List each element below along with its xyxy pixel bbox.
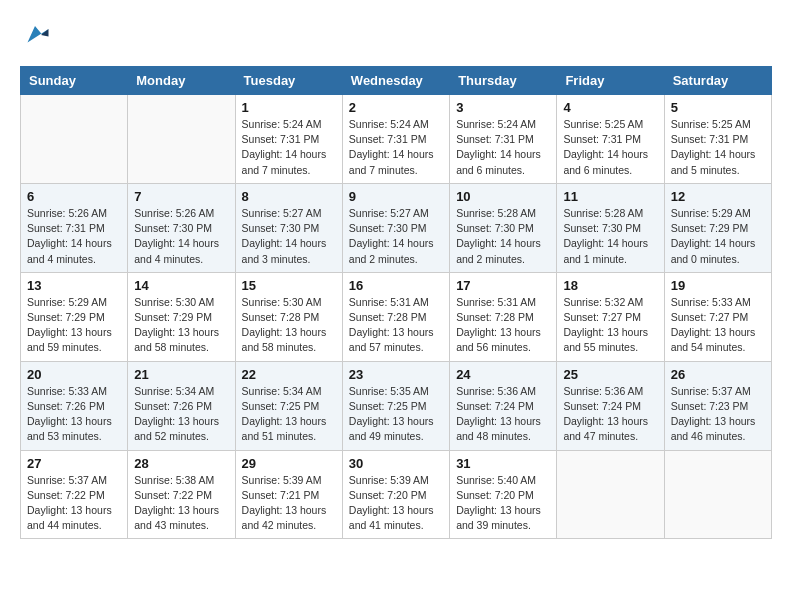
calendar-day-cell: 23Sunrise: 5:35 AM Sunset: 7:25 PM Dayli…: [342, 361, 449, 450]
calendar-week-row: 20Sunrise: 5:33 AM Sunset: 7:26 PM Dayli…: [21, 361, 772, 450]
day-info: Sunrise: 5:31 AM Sunset: 7:28 PM Dayligh…: [456, 295, 550, 356]
day-info: Sunrise: 5:28 AM Sunset: 7:30 PM Dayligh…: [563, 206, 657, 267]
day-number: 15: [242, 278, 336, 293]
calendar-week-row: 6Sunrise: 5:26 AM Sunset: 7:31 PM Daylig…: [21, 183, 772, 272]
calendar-day-cell: 16Sunrise: 5:31 AM Sunset: 7:28 PM Dayli…: [342, 272, 449, 361]
calendar-day-cell: 29Sunrise: 5:39 AM Sunset: 7:21 PM Dayli…: [235, 450, 342, 539]
day-number: 13: [27, 278, 121, 293]
day-info: Sunrise: 5:39 AM Sunset: 7:21 PM Dayligh…: [242, 473, 336, 534]
day-number: 18: [563, 278, 657, 293]
day-number: 24: [456, 367, 550, 382]
day-info: Sunrise: 5:38 AM Sunset: 7:22 PM Dayligh…: [134, 473, 228, 534]
day-number: 9: [349, 189, 443, 204]
day-info: Sunrise: 5:26 AM Sunset: 7:31 PM Dayligh…: [27, 206, 121, 267]
day-number: 29: [242, 456, 336, 471]
day-info: Sunrise: 5:27 AM Sunset: 7:30 PM Dayligh…: [349, 206, 443, 267]
day-number: 22: [242, 367, 336, 382]
day-number: 31: [456, 456, 550, 471]
day-number: 28: [134, 456, 228, 471]
weekday-header: Saturday: [664, 67, 771, 95]
day-number: 14: [134, 278, 228, 293]
day-number: 16: [349, 278, 443, 293]
weekday-header: Monday: [128, 67, 235, 95]
day-info: Sunrise: 5:31 AM Sunset: 7:28 PM Dayligh…: [349, 295, 443, 356]
day-number: 6: [27, 189, 121, 204]
calendar-header-row: SundayMondayTuesdayWednesdayThursdayFrid…: [21, 67, 772, 95]
day-number: 30: [349, 456, 443, 471]
calendar-day-cell: 6Sunrise: 5:26 AM Sunset: 7:31 PM Daylig…: [21, 183, 128, 272]
day-info: Sunrise: 5:33 AM Sunset: 7:26 PM Dayligh…: [27, 384, 121, 445]
calendar-day-cell: 22Sunrise: 5:34 AM Sunset: 7:25 PM Dayli…: [235, 361, 342, 450]
day-number: 12: [671, 189, 765, 204]
day-info: Sunrise: 5:28 AM Sunset: 7:30 PM Dayligh…: [456, 206, 550, 267]
day-number: 3: [456, 100, 550, 115]
calendar-day-cell: 1Sunrise: 5:24 AM Sunset: 7:31 PM Daylig…: [235, 95, 342, 184]
day-number: 4: [563, 100, 657, 115]
day-number: 11: [563, 189, 657, 204]
day-info: Sunrise: 5:29 AM Sunset: 7:29 PM Dayligh…: [671, 206, 765, 267]
day-info: Sunrise: 5:34 AM Sunset: 7:26 PM Dayligh…: [134, 384, 228, 445]
day-info: Sunrise: 5:24 AM Sunset: 7:31 PM Dayligh…: [349, 117, 443, 178]
calendar-day-cell: [664, 450, 771, 539]
day-info: Sunrise: 5:32 AM Sunset: 7:27 PM Dayligh…: [563, 295, 657, 356]
calendar-day-cell: 17Sunrise: 5:31 AM Sunset: 7:28 PM Dayli…: [450, 272, 557, 361]
calendar-day-cell: 30Sunrise: 5:39 AM Sunset: 7:20 PM Dayli…: [342, 450, 449, 539]
calendar-day-cell: 20Sunrise: 5:33 AM Sunset: 7:26 PM Dayli…: [21, 361, 128, 450]
day-number: 7: [134, 189, 228, 204]
calendar-day-cell: 11Sunrise: 5:28 AM Sunset: 7:30 PM Dayli…: [557, 183, 664, 272]
day-number: 17: [456, 278, 550, 293]
day-number: 26: [671, 367, 765, 382]
calendar-week-row: 13Sunrise: 5:29 AM Sunset: 7:29 PM Dayli…: [21, 272, 772, 361]
calendar-day-cell: [128, 95, 235, 184]
weekday-header: Sunday: [21, 67, 128, 95]
calendar-day-cell: 26Sunrise: 5:37 AM Sunset: 7:23 PM Dayli…: [664, 361, 771, 450]
day-number: 19: [671, 278, 765, 293]
day-info: Sunrise: 5:27 AM Sunset: 7:30 PM Dayligh…: [242, 206, 336, 267]
day-info: Sunrise: 5:37 AM Sunset: 7:23 PM Dayligh…: [671, 384, 765, 445]
day-number: 20: [27, 367, 121, 382]
day-info: Sunrise: 5:37 AM Sunset: 7:22 PM Dayligh…: [27, 473, 121, 534]
day-info: Sunrise: 5:33 AM Sunset: 7:27 PM Dayligh…: [671, 295, 765, 356]
day-info: Sunrise: 5:40 AM Sunset: 7:20 PM Dayligh…: [456, 473, 550, 534]
day-number: 23: [349, 367, 443, 382]
calendar-day-cell: 2Sunrise: 5:24 AM Sunset: 7:31 PM Daylig…: [342, 95, 449, 184]
day-info: Sunrise: 5:29 AM Sunset: 7:29 PM Dayligh…: [27, 295, 121, 356]
day-info: Sunrise: 5:39 AM Sunset: 7:20 PM Dayligh…: [349, 473, 443, 534]
day-number: 1: [242, 100, 336, 115]
weekday-header: Wednesday: [342, 67, 449, 95]
day-number: 21: [134, 367, 228, 382]
calendar-table: SundayMondayTuesdayWednesdayThursdayFrid…: [20, 66, 772, 539]
calendar-day-cell: 18Sunrise: 5:32 AM Sunset: 7:27 PM Dayli…: [557, 272, 664, 361]
day-number: 25: [563, 367, 657, 382]
logo-icon: [20, 20, 50, 50]
weekday-header: Tuesday: [235, 67, 342, 95]
calendar-day-cell: 4Sunrise: 5:25 AM Sunset: 7:31 PM Daylig…: [557, 95, 664, 184]
day-info: Sunrise: 5:30 AM Sunset: 7:28 PM Dayligh…: [242, 295, 336, 356]
calendar-day-cell: [557, 450, 664, 539]
day-info: Sunrise: 5:30 AM Sunset: 7:29 PM Dayligh…: [134, 295, 228, 356]
calendar-day-cell: 31Sunrise: 5:40 AM Sunset: 7:20 PM Dayli…: [450, 450, 557, 539]
calendar-day-cell: [21, 95, 128, 184]
day-number: 8: [242, 189, 336, 204]
calendar-week-row: 1Sunrise: 5:24 AM Sunset: 7:31 PM Daylig…: [21, 95, 772, 184]
day-info: Sunrise: 5:34 AM Sunset: 7:25 PM Dayligh…: [242, 384, 336, 445]
day-info: Sunrise: 5:35 AM Sunset: 7:25 PM Dayligh…: [349, 384, 443, 445]
page-header: [20, 20, 772, 50]
calendar-day-cell: 27Sunrise: 5:37 AM Sunset: 7:22 PM Dayli…: [21, 450, 128, 539]
day-info: Sunrise: 5:36 AM Sunset: 7:24 PM Dayligh…: [456, 384, 550, 445]
calendar-day-cell: 19Sunrise: 5:33 AM Sunset: 7:27 PM Dayli…: [664, 272, 771, 361]
logo: [20, 20, 52, 50]
calendar-day-cell: 28Sunrise: 5:38 AM Sunset: 7:22 PM Dayli…: [128, 450, 235, 539]
day-info: Sunrise: 5:25 AM Sunset: 7:31 PM Dayligh…: [563, 117, 657, 178]
calendar-day-cell: 9Sunrise: 5:27 AM Sunset: 7:30 PM Daylig…: [342, 183, 449, 272]
day-info: Sunrise: 5:26 AM Sunset: 7:30 PM Dayligh…: [134, 206, 228, 267]
calendar-day-cell: 10Sunrise: 5:28 AM Sunset: 7:30 PM Dayli…: [450, 183, 557, 272]
weekday-header: Thursday: [450, 67, 557, 95]
day-number: 10: [456, 189, 550, 204]
day-number: 5: [671, 100, 765, 115]
day-info: Sunrise: 5:25 AM Sunset: 7:31 PM Dayligh…: [671, 117, 765, 178]
day-info: Sunrise: 5:36 AM Sunset: 7:24 PM Dayligh…: [563, 384, 657, 445]
day-number: 2: [349, 100, 443, 115]
calendar-day-cell: 24Sunrise: 5:36 AM Sunset: 7:24 PM Dayli…: [450, 361, 557, 450]
calendar-day-cell: 14Sunrise: 5:30 AM Sunset: 7:29 PM Dayli…: [128, 272, 235, 361]
